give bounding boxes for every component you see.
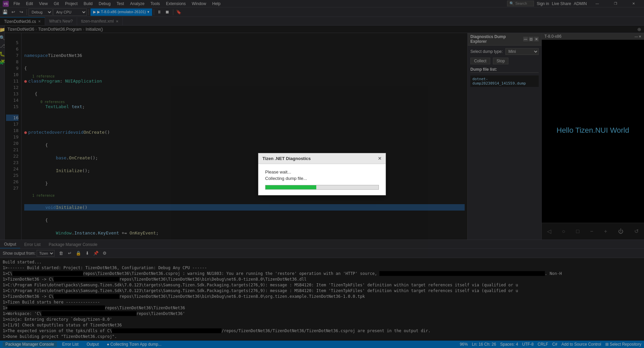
modal-title-bar: Tizen .NET Diagnostics ✕: [258, 153, 386, 164]
modal-please-wait: Please wait...: [265, 169, 379, 175]
modal-close-btn[interactable]: ✕: [378, 156, 382, 161]
progress-bar: [265, 185, 316, 189]
modal-title-text: Tizen .NET Diagnostics: [262, 156, 311, 161]
progress-bar-container: [265, 185, 379, 190]
modal-dialog: Tizen .NET Diagnostics ✕ Please wait... …: [258, 153, 386, 195]
modal-overlay: Tizen .NET Diagnostics ✕ Please wait... …: [0, 0, 644, 348]
modal-collecting-msg: Collecting dump file...: [265, 176, 379, 181]
modal-body: Please wait... Collecting dump file...: [258, 164, 386, 195]
